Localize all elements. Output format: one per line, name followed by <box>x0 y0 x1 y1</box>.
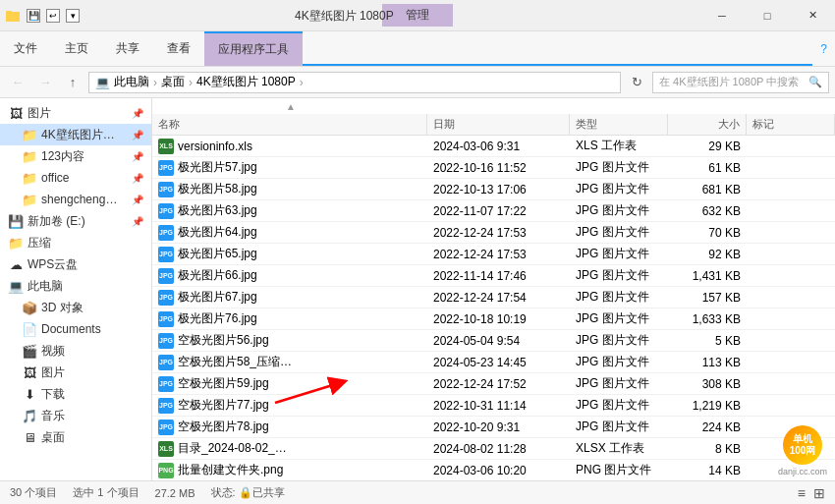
file-type-icon: JPG <box>158 268 174 284</box>
file-name-col: JPG 极光图片58.jpg <box>152 179 427 199</box>
sidebar-item-office[interactable]: 📁 office 📌 <box>0 167 151 189</box>
address-path[interactable]: 💻 此电脑 › 桌面 › 4K壁纸图片 1080P › <box>88 72 621 93</box>
main-area: 🖼 图片 📌 📁 4K壁纸图片… 📌 📁 123内容 📌 📁 office 📌 <box>0 98 835 480</box>
file-date: 2024-03-06 10:20 <box>427 460 570 480</box>
close-button[interactable]: ✕ <box>790 0 835 31</box>
table-row[interactable]: PNG 批量创建文件夹.png 2024-03-06 10:20 PNG 图片文… <box>152 460 835 480</box>
drive-e-icon: 💾 <box>8 213 24 229</box>
refresh-button[interactable]: ↻ <box>625 71 648 94</box>
file-name: 极光图片57.jpg <box>178 159 257 176</box>
table-row[interactable]: JPG 极光图片66.jpg 2022-11-14 17:46 JPG 图片文件… <box>152 265 835 287</box>
table-row[interactable]: JPG 空极光图片77.jpg 2022-10-31 11:14 JPG 图片文… <box>152 395 835 417</box>
table-row[interactable]: JPG 极光图片57.jpg 2022-10-16 11:52 JPG 图片文件… <box>152 157 835 179</box>
file-date: 2022-11-14 17:46 <box>427 265 570 286</box>
col-header-size[interactable]: 大小 <box>668 114 747 135</box>
file-size: 224 KB <box>668 417 747 437</box>
table-row[interactable]: JPG 空极光图片59.jpg 2022-12-24 17:52 JPG 图片文… <box>152 373 835 395</box>
this-pc-icon: 💻 <box>8 278 24 294</box>
sidebar-item-shengchengcha[interactable]: 📁 shengchengcha 📌 <box>0 189 151 210</box>
table-row[interactable]: JPG 极光图片65.jpg 2022-12-24 17:53 JPG 图片文件… <box>152 244 835 265</box>
up-button[interactable]: ↑ <box>61 71 84 94</box>
sidebar-item-pictures2[interactable]: 🖼 图片 <box>0 362 151 383</box>
selected-size: 27.2 MB <box>155 487 195 499</box>
table-row[interactable]: JPG 空极光图片78.jpg 2022-10-20 9:31 JPG 图片文件… <box>152 417 835 438</box>
tab-view[interactable]: 查看 <box>153 31 204 66</box>
file-tag <box>747 136 835 156</box>
file-name-col: JPG 极光图片63.jpg <box>152 200 427 221</box>
file-type-icon: JPG <box>158 160 174 176</box>
window-title: 4K壁纸图片 1080P <box>295 8 394 25</box>
file-name: 空极光图片59.jpg <box>178 375 269 392</box>
file-date: 2024-05-23 14:45 <box>427 352 570 372</box>
sidebar-item-video[interactable]: 🎬 视频 <box>0 340 151 362</box>
table-row[interactable]: JPG 极光图片63.jpg 2022-11-07 17:22 JPG 图片文件… <box>152 200 835 222</box>
sidebar-item-this-pc[interactable]: 💻 此电脑 <box>0 275 151 297</box>
sidebar-item-desktop[interactable]: 🖥 桌面 <box>0 426 151 448</box>
col-header-type[interactable]: 类型 <box>570 114 668 135</box>
list-view-btn[interactable]: ≡ <box>798 485 806 501</box>
quick-access-dropdown-btn[interactable]: ▾ <box>66 9 80 23</box>
col-header-date[interactable]: 日期 <box>427 114 570 135</box>
grid-view-btn[interactable]: ⊞ <box>813 485 825 501</box>
file-type: XLS 工作表 <box>570 136 668 156</box>
tab-share[interactable]: 共享 <box>102 31 153 66</box>
tab-file[interactable]: 文件 <box>0 31 51 66</box>
pictures2-icon: 🖼 <box>22 364 37 380</box>
file-date: 2024-08-02 11:28 <box>427 438 570 459</box>
tab-manage[interactable]: 应用程序工具 <box>204 31 303 66</box>
col-header-tag[interactable]: 标记 <box>747 114 835 135</box>
col-header-name[interactable]: 名称 <box>152 114 427 135</box>
sidebar-item-downloads[interactable]: ⬇ 下载 <box>0 383 151 405</box>
back-button[interactable]: ← <box>6 71 29 94</box>
sidebar-item-4k-wallpaper[interactable]: 📁 4K壁纸图片… 📌 <box>0 124 151 145</box>
table-row[interactable]: JPG 极光图片58.jpg 2022-10-13 17:06 JPG 图片文件… <box>152 179 835 200</box>
sidebar-item-documents[interactable]: 📄 Documents <box>0 318 151 340</box>
quick-access-save-btn[interactable]: 💾 <box>27 9 40 23</box>
table-row[interactable]: XLS 目录_2024-08-02_… 2024-08-02 11:28 XLS… <box>152 438 835 460</box>
file-rows-container: XLS versioninfo.xls 2024-03-06 9:31 XLS … <box>152 136 835 480</box>
sidebar-item-music[interactable]: 🎵 音乐 <box>0 405 151 426</box>
file-date: 2024-05-04 9:54 <box>427 330 570 351</box>
table-row[interactable]: JPG 极光图片67.jpg 2022-12-24 17:54 JPG 图片文件… <box>152 287 835 308</box>
table-row[interactable]: JPG 空极光图片56.jpg 2024-05-04 9:54 JPG 图片文件… <box>152 330 835 352</box>
maximize-button[interactable]: □ <box>745 0 790 31</box>
table-row[interactable]: JPG 空极光图片58_压缩… 2024-05-23 14:45 JPG 图片文… <box>152 352 835 373</box>
folder-office-icon: 📁 <box>22 170 37 186</box>
search-box[interactable]: 在 4K壁纸图片 1080P 中搜索 🔍 <box>652 72 829 93</box>
file-name-col: JPG 空极光图片78.jpg <box>152 417 427 437</box>
help-button[interactable]: ? <box>812 31 835 66</box>
sidebar-item-123[interactable]: 📁 123内容 📌 <box>0 145 151 167</box>
sidebar-item-3d[interactable]: 📦 3D 对象 <box>0 297 151 318</box>
file-type-icon: JPG <box>158 420 174 435</box>
search-icon: 🔍 <box>808 76 822 88</box>
file-size: 14 KB <box>668 460 747 480</box>
file-type: JPG 图片文件 <box>570 265 668 286</box>
table-row[interactable]: JPG 极光图片76.jpg 2022-10-18 10:19 JPG 图片文件… <box>152 308 835 330</box>
file-tag <box>747 373 835 394</box>
watermark-icon: 单机100网 <box>783 425 822 465</box>
path-sep-2: › <box>189 76 193 89</box>
sidebar-item-compress[interactable]: 📁 压缩 <box>0 232 151 253</box>
file-name-col: JPG 极光图片57.jpg <box>152 157 427 178</box>
wps-cloud-icon: ☁ <box>8 256 24 272</box>
file-date: 2022-10-20 9:31 <box>427 417 570 437</box>
tab-home[interactable]: 主页 <box>51 31 102 66</box>
sidebar-item-wps[interactable]: ☁ WPS云盘 <box>0 253 151 275</box>
window-controls: ─ □ ✕ <box>699 0 835 31</box>
file-size: 681 KB <box>668 179 747 199</box>
minimize-button[interactable]: ─ <box>699 0 745 31</box>
sidebar-item-pictures[interactable]: 🖼 图片 📌 <box>0 102 151 124</box>
file-type: JPG 图片文件 <box>570 308 668 329</box>
table-row[interactable]: XLS versioninfo.xls 2024-03-06 9:31 XLS … <box>152 136 835 157</box>
quick-access-undo-btn[interactable]: ↩ <box>46 9 60 23</box>
forward-button[interactable]: → <box>33 71 57 94</box>
file-name: versioninfo.xls <box>178 140 252 153</box>
sidebar-item-new-volume[interactable]: 💾 新加卷 (E:) 📌 <box>0 210 151 232</box>
file-type-icon: JPG <box>158 203 174 219</box>
file-type: JPG 图片文件 <box>570 373 668 394</box>
file-type: XLSX 工作表 <box>570 438 668 459</box>
path-sep-3: › <box>300 76 304 89</box>
table-row[interactable]: JPG 极光图片64.jpg 2022-12-24 17:53 JPG 图片文件… <box>152 222 835 244</box>
file-name: 极光图片76.jpg <box>178 310 257 327</box>
sort-indicator: ▲ <box>152 98 835 114</box>
